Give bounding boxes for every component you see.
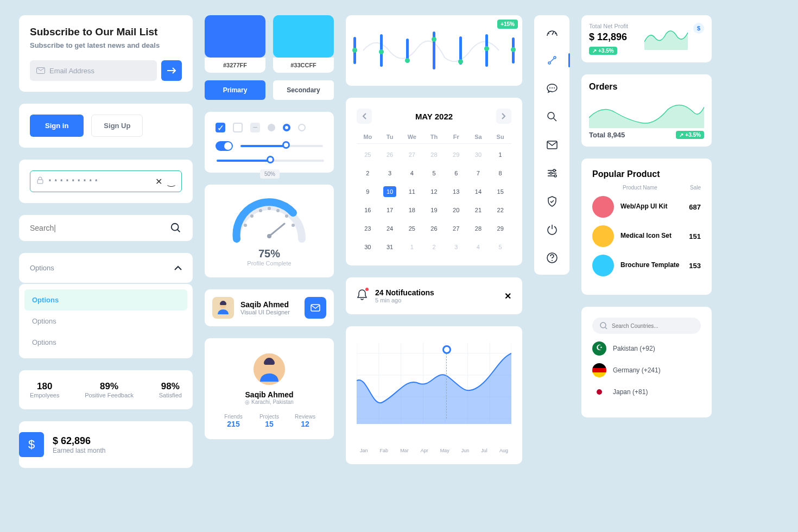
product-item[interactable]: Web/App UI Kit 687: [592, 196, 701, 218]
cal-day[interactable]: 15: [489, 184, 511, 199]
checkbox-unchecked[interactable]: [233, 123, 243, 132]
product-item[interactable]: Brochure Template 153: [592, 255, 701, 276]
option-item[interactable]: Options: [24, 289, 187, 311]
cal-day[interactable]: 24: [379, 221, 401, 236]
slider-2[interactable]: [217, 160, 324, 162]
radio-empty[interactable]: [298, 124, 306, 131]
color-swatch-blue[interactable]: [205, 15, 265, 58]
cal-day[interactable]: 5: [423, 166, 445, 181]
cal-day[interactable]: 7: [467, 166, 490, 181]
cal-day[interactable]: 3: [379, 166, 401, 181]
nav-dashboard[interactable]: [546, 26, 558, 38]
cal-day[interactable]: 18: [401, 202, 423, 218]
product-color-dot: [592, 225, 614, 247]
nav-power[interactable]: [546, 224, 558, 236]
close-icon[interactable]: ✕: [504, 291, 511, 301]
cal-day[interactable]: 25: [401, 221, 423, 236]
country-item[interactable]: Japan (+81): [592, 385, 701, 399]
delta-badge: +15%: [497, 20, 518, 29]
option-item[interactable]: Options: [24, 332, 187, 353]
cal-day[interactable]: 20: [445, 202, 467, 218]
cal-day[interactable]: 27: [401, 147, 423, 162]
cal-day[interactable]: 19: [423, 202, 445, 218]
mail-button[interactable]: [305, 297, 326, 319]
eye-icon[interactable]: ‿: [168, 176, 175, 187]
cal-day[interactable]: 3: [445, 239, 467, 255]
cal-day[interactable]: 4: [401, 166, 423, 181]
cal-day[interactable]: 25: [357, 147, 379, 162]
cal-day[interactable]: 9: [357, 184, 379, 199]
nav-security[interactable]: [546, 195, 558, 207]
country-item[interactable]: Germany (+241): [592, 363, 701, 377]
nav-mail[interactable]: [546, 139, 558, 151]
cal-prev-button[interactable]: [357, 109, 372, 124]
cal-day[interactable]: 21: [467, 202, 490, 218]
cal-day[interactable]: 14: [467, 184, 490, 199]
color-swatch-cyan[interactable]: [273, 15, 334, 58]
checkbox-indeterminate[interactable]: −: [250, 123, 260, 132]
cal-day[interactable]: 2: [357, 166, 379, 181]
cal-day[interactable]: 13: [445, 184, 467, 199]
options-select[interactable]: Options: [19, 253, 193, 283]
options-dropdown: Options Options Options: [19, 284, 193, 358]
orders-sparkline: [589, 96, 704, 129]
cal-day[interactable]: 28: [423, 147, 445, 162]
password-input[interactable]: * * * * * * * * * ✕ ‿: [30, 170, 182, 192]
lock-icon: [37, 176, 43, 186]
chevron-up-icon: [174, 264, 182, 272]
slider-1[interactable]: [240, 145, 323, 147]
cal-day[interactable]: 11: [401, 184, 423, 199]
signin-button[interactable]: Sign in: [30, 115, 84, 137]
cal-day[interactable]: 26: [423, 221, 445, 236]
nav-search[interactable]: [546, 111, 558, 123]
cal-day[interactable]: 31: [379, 239, 401, 255]
checkbox-checked[interactable]: ✓: [216, 123, 225, 132]
cal-day[interactable]: 23: [357, 221, 379, 236]
search-input[interactable]: [30, 224, 170, 232]
radio-off[interactable]: [268, 124, 275, 131]
clear-icon[interactable]: ✕: [155, 176, 162, 187]
cal-day[interactable]: 22: [489, 202, 511, 218]
option-item[interactable]: Options: [24, 311, 187, 332]
nav-settings[interactable]: [546, 167, 558, 179]
toggle-on[interactable]: [216, 141, 233, 151]
primary-button[interactable]: Primary: [205, 80, 265, 100]
country-search-input[interactable]: [612, 323, 681, 329]
cal-day[interactable]: 27: [445, 221, 467, 236]
cal-day[interactable]: 28: [467, 221, 490, 236]
dollar-icon: $: [19, 432, 44, 457]
secondary-button[interactable]: Secondary: [273, 80, 334, 100]
radio-on[interactable]: [283, 124, 290, 131]
product-item[interactable]: Medical Icon Set 151: [592, 225, 701, 247]
cal-day[interactable]: 2: [423, 239, 445, 255]
cal-day[interactable]: 1: [401, 239, 423, 255]
search-icon[interactable]: [170, 222, 182, 234]
nav-chat[interactable]: [546, 83, 558, 94]
cal-day[interactable]: 29: [489, 221, 511, 236]
cal-day[interactable]: 10: [379, 184, 401, 199]
cal-day[interactable]: 12: [423, 184, 445, 199]
signup-button[interactable]: Sign Up: [91, 115, 143, 137]
cal-day[interactable]: 16: [357, 202, 379, 218]
cal-day[interactable]: 8: [489, 166, 511, 181]
cal-next-button[interactable]: [496, 109, 511, 124]
cal-day[interactable]: 1: [489, 147, 511, 162]
svg-point-5: [259, 209, 262, 212]
cal-day[interactable]: 30: [467, 147, 490, 162]
cal-day[interactable]: 5: [489, 239, 511, 255]
submit-arrow-button[interactable]: [161, 60, 182, 81]
gauge-value: 75%: [216, 248, 323, 260]
gauge-label: Profile Complete: [216, 260, 323, 267]
cal-day[interactable]: 4: [467, 239, 490, 255]
country-search[interactable]: [592, 318, 701, 334]
cal-day[interactable]: 17: [379, 202, 401, 218]
svg-point-27: [548, 33, 549, 34]
cal-day[interactable]: 26: [379, 147, 401, 162]
nav-help[interactable]: [546, 252, 558, 264]
cal-day[interactable]: 30: [357, 239, 379, 255]
cal-day[interactable]: 6: [445, 166, 467, 181]
cal-day[interactable]: 29: [445, 147, 467, 162]
nav-analytics[interactable]: [546, 54, 558, 66]
email-input[interactable]: Email Address: [30, 60, 157, 81]
country-item[interactable]: Pakistan (+92): [592, 341, 701, 356]
